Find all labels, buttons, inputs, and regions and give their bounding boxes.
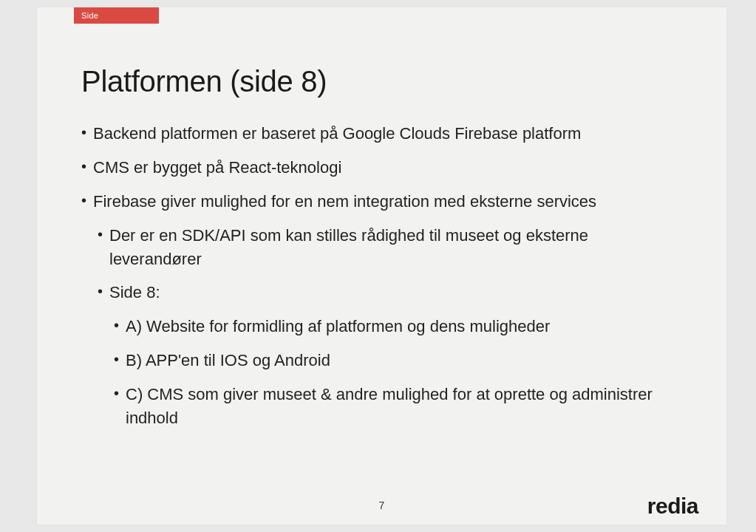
slide-tab-label: Side [81, 11, 98, 20]
slide-content: Platformen (side 8) Backend platformen e… [37, 7, 726, 470]
sub-bullet-list: Der er en SDK/API som kan stilles rådigh… [93, 224, 682, 430]
sub-sub-bullet-text: B) APP'en til IOS og Android [126, 351, 330, 369]
sub-bullet-item: Side 8: A) Website for formidling af pla… [98, 281, 682, 429]
sub-sub-bullet-item: C) CMS som giver museet & andre mulighed… [114, 383, 682, 430]
sub-sub-bullet-item: A) Website for formidling af platformen … [114, 315, 682, 338]
page-number: 7 [379, 499, 385, 511]
bullet-item: CMS er bygget på React-teknologi [81, 156, 682, 180]
bullet-text: Firebase giver mulighed for en nem integ… [93, 192, 596, 211]
sub-bullet-text: Der er en SDK/API som kan stilles rådigh… [109, 226, 588, 268]
sub-sub-bullet-text: A) Website for formidling af platformen … [126, 317, 550, 335]
bullet-list: Backend platformen er baseret på Google … [81, 122, 682, 430]
bullet-item: Firebase giver mulighed for en nem integ… [81, 190, 682, 430]
sub-sub-bullet-list: A) Website for formidling af platformen … [109, 315, 682, 430]
bullet-text: Backend platformen er baseret på Google … [93, 124, 581, 143]
sub-bullet-text: Side 8: [109, 283, 160, 301]
bullet-item: Backend platformen er baseret på Google … [81, 122, 682, 146]
slide-title: Platformen (side 8) [81, 65, 682, 98]
sub-sub-bullet-item: B) APP'en til IOS og Android [114, 349, 682, 372]
bullet-text: CMS er bygget på React-teknologi [93, 158, 341, 177]
slide-tab: Side [74, 7, 159, 24]
brand-logo: redia [647, 494, 698, 519]
sub-bullet-item: Der er en SDK/API som kan stilles rådigh… [98, 224, 682, 271]
sub-sub-bullet-text: C) CMS som giver museet & andre mulighed… [126, 385, 653, 427]
slide-page: Side Platformen (side 8) Backend platfor… [37, 7, 726, 525]
